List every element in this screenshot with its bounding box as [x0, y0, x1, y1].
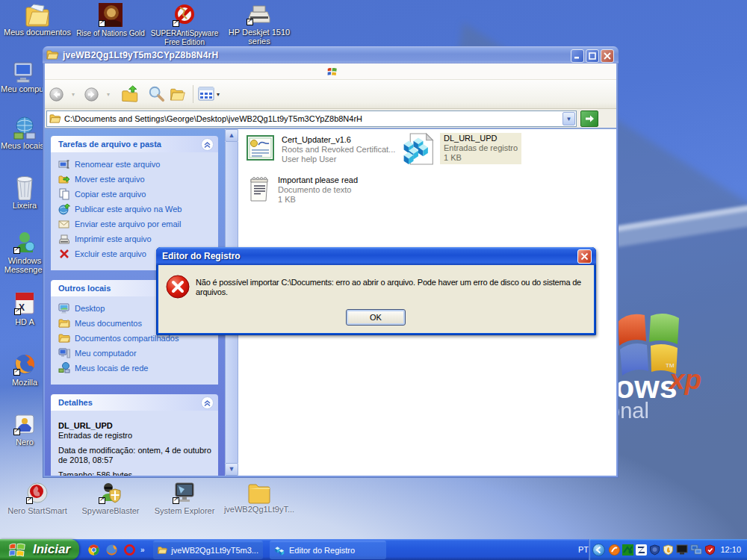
svg-text:xp: xp: [668, 364, 701, 395]
